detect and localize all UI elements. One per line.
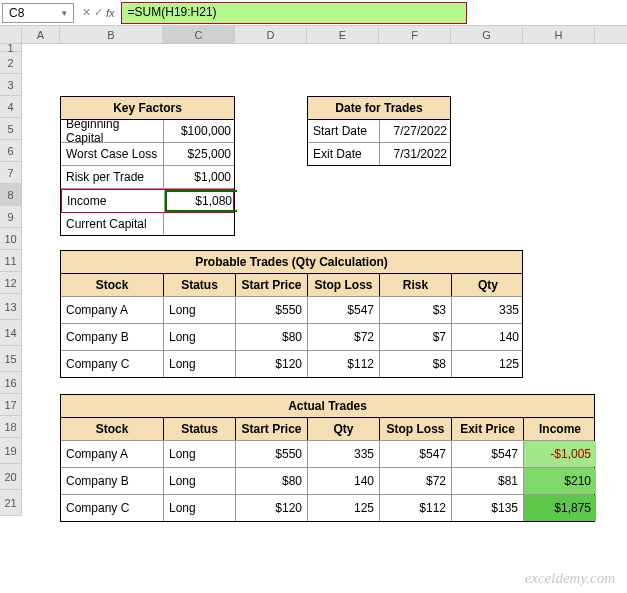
col-header[interactable]: H (523, 26, 595, 43)
row-header[interactable]: 19 (0, 438, 22, 464)
name-box[interactable]: C8 ▾ (2, 3, 74, 23)
kf-label[interactable]: Risk per Trade (61, 166, 164, 188)
row-header[interactable]: 17 (0, 394, 22, 416)
row-header[interactable]: 20 (0, 464, 22, 490)
row-header[interactable]: 14 (0, 320, 22, 346)
confirm-icon[interactable]: ✓ (94, 6, 103, 19)
at-start[interactable]: $80 (236, 468, 308, 494)
cancel-icon[interactable]: ✕ (82, 6, 91, 19)
at-stop[interactable]: $72 (380, 468, 452, 494)
at-qty[interactable]: 335 (308, 441, 380, 467)
pt-stock[interactable]: Company B (61, 324, 164, 350)
pt-stock[interactable]: Company A (61, 297, 164, 323)
at-status[interactable]: Long (164, 468, 236, 494)
kf-value[interactable]: $1,000 (164, 166, 236, 188)
pt-risk[interactable]: $8 (380, 351, 452, 377)
row-header[interactable]: 10 (0, 228, 22, 250)
kf-value[interactable] (164, 213, 236, 235)
pt-start[interactable]: $550 (236, 297, 308, 323)
row-header[interactable]: 3 (0, 74, 22, 96)
kf-value[interactable]: $100,000 (164, 120, 236, 142)
formula-input[interactable]: =SUM(H19:H21) (121, 2, 467, 24)
pt-stop[interactable]: $112 (308, 351, 380, 377)
at-header: Start Price (236, 418, 308, 440)
selected-cell[interactable]: $1,080 (165, 190, 237, 212)
at-status[interactable]: Long (164, 495, 236, 521)
at-income[interactable]: $210 (524, 468, 596, 494)
at-exit[interactable]: $81 (452, 468, 524, 494)
at-qty[interactable]: 125 (308, 495, 380, 521)
pt-risk[interactable]: $7 (380, 324, 452, 350)
fx-icon[interactable]: fx (106, 7, 115, 19)
row-header[interactable]: 12 (0, 272, 22, 294)
at-stock[interactable]: Company A (61, 441, 164, 467)
col-header[interactable]: B (60, 26, 163, 43)
pt-qty[interactable]: 125 (452, 351, 524, 377)
row-header[interactable]: 6 (0, 140, 22, 162)
pt-stop[interactable]: $72 (308, 324, 380, 350)
at-exit[interactable]: $135 (452, 495, 524, 521)
at-start[interactable]: $550 (236, 441, 308, 467)
dt-label[interactable]: Start Date (308, 120, 380, 142)
kf-value[interactable]: $25,000 (164, 143, 236, 165)
row-header[interactable]: 11 (0, 250, 22, 272)
pt-header: Stock (61, 274, 164, 296)
dt-label[interactable]: Exit Date (308, 143, 380, 165)
formula-controls: ✕ ✓ fx (76, 6, 121, 19)
pt-status[interactable]: Long (164, 324, 236, 350)
at-stock[interactable]: Company B (61, 468, 164, 494)
kf-label[interactable]: Beginning Capital (61, 120, 164, 142)
at-header: Status (164, 418, 236, 440)
row-header[interactable]: 8 (0, 184, 22, 206)
at-header: Income (524, 418, 596, 440)
at-stop[interactable]: $547 (380, 441, 452, 467)
row-header[interactable]: 9 (0, 206, 22, 228)
column-headers: A B C D E F G H (0, 26, 627, 44)
col-header[interactable]: D (235, 26, 307, 43)
pt-stop[interactable]: $547 (308, 297, 380, 323)
dt-value[interactable]: 7/27/2022 (380, 120, 452, 142)
pt-qty[interactable]: 335 (452, 297, 524, 323)
row-header[interactable]: 18 (0, 416, 22, 438)
row-header[interactable]: 16 (0, 372, 22, 394)
at-status[interactable]: Long (164, 441, 236, 467)
pt-risk[interactable]: $3 (380, 297, 452, 323)
kf-label[interactable]: Current Capital (61, 213, 164, 235)
row-header[interactable]: 4 (0, 96, 22, 118)
at-start[interactable]: $120 (236, 495, 308, 521)
row-header[interactable]: 5 (0, 118, 22, 140)
pt-header: Stop Loss (308, 274, 380, 296)
name-box-dropdown-icon[interactable]: ▾ (62, 8, 67, 18)
kf-label[interactable]: Worst Case Loss (61, 143, 164, 165)
row-header[interactable]: 13 (0, 294, 22, 320)
actual-title: Actual Trades (61, 395, 594, 418)
pt-start[interactable]: $120 (236, 351, 308, 377)
pt-status[interactable]: Long (164, 297, 236, 323)
at-stop[interactable]: $112 (380, 495, 452, 521)
col-header[interactable]: A (22, 26, 60, 43)
pt-stock[interactable]: Company C (61, 351, 164, 377)
dt-value[interactable]: 7/31/2022 (380, 143, 452, 165)
select-all-corner[interactable] (0, 26, 22, 43)
pt-qty[interactable]: 140 (452, 324, 524, 350)
row-header[interactable]: 2 (0, 52, 22, 74)
at-stock[interactable]: Company C (61, 495, 164, 521)
at-exit[interactable]: $547 (452, 441, 524, 467)
row-header[interactable]: 1 (0, 44, 22, 52)
row-header[interactable]: 15 (0, 346, 22, 372)
col-header[interactable]: C (163, 26, 235, 43)
pt-status[interactable]: Long (164, 351, 236, 377)
col-header[interactable]: G (451, 26, 523, 43)
at-qty[interactable]: 140 (308, 468, 380, 494)
row-headers: 1 2 3 4 5 6 7 8 9 10 11 12 13 14 15 16 1… (0, 44, 22, 516)
col-header[interactable]: E (307, 26, 379, 43)
row-header[interactable]: 21 (0, 490, 22, 516)
col-header[interactable]: F (379, 26, 451, 43)
key-factors-table: Key Factors Beginning Capital $100,000 W… (60, 96, 235, 236)
at-income[interactable]: $1,875 (524, 495, 596, 521)
pt-start[interactable]: $80 (236, 324, 308, 350)
row-header[interactable]: 7 (0, 162, 22, 184)
at-header: Stock (61, 418, 164, 440)
kf-label[interactable]: Income (62, 190, 165, 212)
at-income[interactable]: -$1,005 (524, 441, 596, 467)
